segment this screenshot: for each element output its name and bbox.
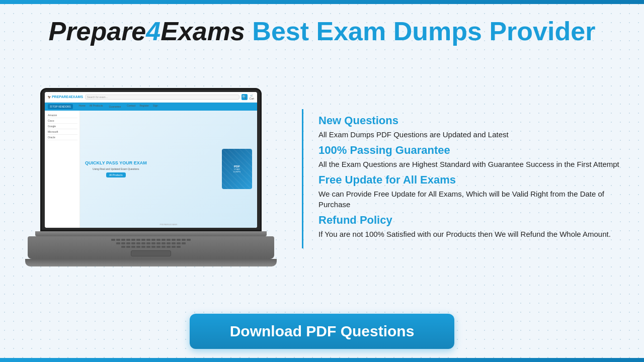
feature-passing-guarantee: 100% Passing Guarantee All the Exam Ques… xyxy=(318,144,624,169)
page-wrapper: Prepare4Exams Best Exam Dumps Provider xyxy=(0,0,644,362)
laptop-container: 🦅 PREPARE4EXAMS Search for exam... 🔍 🛒Ca… xyxy=(25,88,277,269)
feature-desc-refund-policy: If You are not 100% Satisfied with our P… xyxy=(318,229,624,239)
feature-title-new-questions: New Questions xyxy=(318,114,624,127)
feature-desc-free-update: We can Provide Free Update for All Exams… xyxy=(318,189,624,210)
laptop-section: 🦅 PREPARE4EXAMS Search for exam... 🔍 🛒Ca… xyxy=(20,88,282,269)
mock-logo: 🦅 PREPARE4EXAMS xyxy=(48,95,83,99)
feature-free-update: Free Update for All Exams We can Provide… xyxy=(318,173,624,210)
mock-hero: QUICKLY PASS YOUR EXAM Using Real and Up… xyxy=(80,111,257,228)
mock-search-btn: 🔍 xyxy=(242,94,248,100)
feature-new-questions: New Questions All Exam Dumps PDF Questio… xyxy=(318,114,624,140)
mock-nav: ☰ TOP VENDORS Home All Products Guarante… xyxy=(45,103,257,111)
mock-hero-content: QUICKLY PASS YOUR EXAM Using Real and Up… xyxy=(85,160,147,177)
top-bar xyxy=(0,0,644,4)
mock-cart: 🛒Cart xyxy=(250,94,254,100)
feature-title-passing-guarantee: 100% Passing Guarantee xyxy=(318,144,624,157)
header: Prepare4Exams Best Exam Dumps Provider xyxy=(20,4,624,54)
feature-title-refund-policy: Refund Policy xyxy=(318,214,624,227)
sidebar-item: Microsoft xyxy=(47,129,77,135)
download-button[interactable]: Download PDF Questions xyxy=(190,314,455,349)
laptop-bottom-base xyxy=(25,259,277,266)
tagline: Best Exam Dumps Provider xyxy=(252,17,595,46)
mock-watermark: PREPARE4EXAMS xyxy=(159,223,177,226)
mock-main-area: QUICKLY PASS YOUR EXAM Using Real and Up… xyxy=(80,111,257,228)
download-section: Download PDF Questions xyxy=(20,308,624,358)
mock-hero-text: QUICKLY PASS YOUR EXAM xyxy=(85,160,147,166)
sidebar-item: Oracle xyxy=(47,135,77,140)
brand-name: Prepare4Exams xyxy=(49,17,245,46)
mock-sidebar: Amazon Cisco Google Microsoft Oracle xyxy=(45,111,80,228)
mock-all-products-btn: All Products xyxy=(106,172,126,177)
keyboard-row xyxy=(121,246,181,248)
features-section: New Questions All Exam Dumps PDF Questio… xyxy=(302,109,624,248)
mock-site-header: 🦅 PREPARE4EXAMS Search for exam... 🔍 🛒Ca… xyxy=(45,92,257,103)
mock-body: Amazon Cisco Google Microsoft Oracle xyxy=(45,111,257,228)
mock-vendors-btn: ☰ TOP VENDORS xyxy=(48,104,73,109)
sidebar-item: Amazon xyxy=(47,113,77,118)
feature-desc-passing-guarantee: All the Exam Questions are Highest Stand… xyxy=(318,159,624,169)
feature-refund-policy: Refund Policy If You are not 100% Satisf… xyxy=(318,214,624,239)
laptop-screen: 🦅 PREPARE4EXAMS Search for exam... 🔍 🛒Ca… xyxy=(40,88,262,231)
mock-website: 🦅 PREPARE4EXAMS Search for exam... 🔍 🛒Ca… xyxy=(45,92,257,228)
laptop-hinge xyxy=(35,231,267,236)
sidebar-item: Google xyxy=(47,124,77,129)
mock-product-image: PDF EXAMDUMPS xyxy=(222,149,252,189)
main-content: Prepare4Exams Best Exam Dumps Provider xyxy=(0,4,644,358)
body-row: 🦅 PREPARE4EXAMS Search for exam... 🔍 🛒Ca… xyxy=(20,54,624,308)
keyboard-row xyxy=(116,242,186,244)
feature-desc-new-questions: All Exam Dumps PDF Questions are Updated… xyxy=(318,129,624,140)
laptop-base xyxy=(25,231,277,269)
keyboard-row xyxy=(111,239,191,241)
bottom-bar xyxy=(0,358,644,362)
laptop-trackpad xyxy=(131,250,171,256)
laptop-keyboard xyxy=(28,236,274,259)
mock-nav-links: Home All Products Guarantee Contact Regi… xyxy=(79,104,158,109)
feature-title-free-update: Free Update for All Exams xyxy=(318,173,624,187)
brand-accent: 4 xyxy=(146,17,160,46)
header-title: Prepare4Exams Best Exam Dumps Provider xyxy=(20,18,624,44)
laptop-screen-inner: 🦅 PREPARE4EXAMS Search for exam... 🔍 🛒Ca… xyxy=(45,92,257,228)
mock-search-bar: Search for exam... xyxy=(85,95,239,100)
mock-hero-sub: Using Real and Updated Exam Questions xyxy=(93,167,139,170)
sidebar-item: Cisco xyxy=(47,118,77,124)
